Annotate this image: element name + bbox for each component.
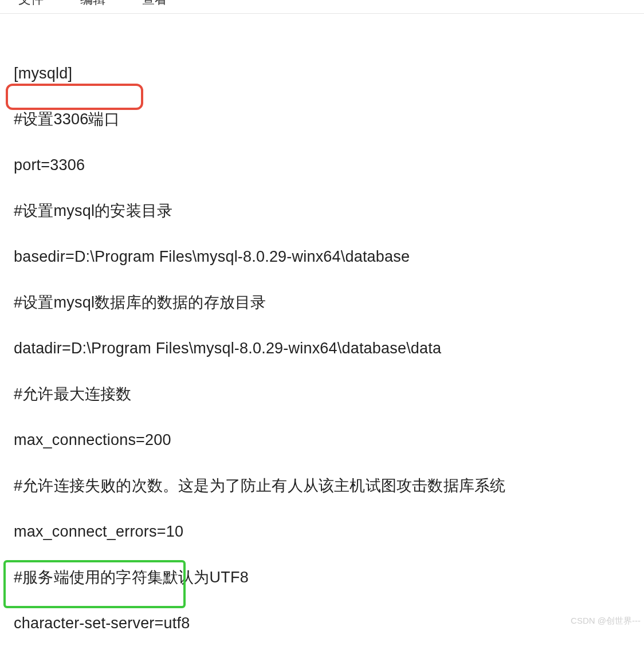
watermark: CSDN @创世界--- xyxy=(571,616,641,627)
section-mysqld: [mysqld] xyxy=(14,62,644,85)
comment-maxconn: #允许最大连接数 xyxy=(14,383,644,405)
comment-basedir: #设置mysql的安装目录 xyxy=(14,199,644,222)
maxconnerr-line: max_connect_errors=10 xyxy=(14,520,644,543)
datadir-line: datadir=D:\Program Files\mysql-8.0.29-wi… xyxy=(14,337,644,360)
port-line: port=3306 xyxy=(14,153,644,176)
menu-edit[interactable]: 编辑 xyxy=(80,0,105,8)
menu-bar: 文件 编辑 查看 xyxy=(0,0,644,14)
comment-charset: #服务端使用的字符集默认为UTF8 xyxy=(14,566,644,589)
basedir-line: basedir=D:\Program Files\mysql-8.0.29-wi… xyxy=(14,245,644,268)
menu-file[interactable]: 文件 xyxy=(18,0,44,8)
charset-line: character-set-server=utf8 xyxy=(14,612,644,635)
maxconn-line: max_connections=200 xyxy=(14,428,644,451)
config-file-content: [mysqld] #设置3306端口 port=3306 #设置mysql的安装… xyxy=(0,14,644,646)
menu-view[interactable]: 查看 xyxy=(142,0,167,8)
comment-maxconnerr: #允许连接失败的次数。这是为了防止有人从该主机试图攻击数据库系统 xyxy=(14,474,644,497)
comment-port: #设置3306端口 xyxy=(14,108,644,131)
comment-datadir: #设置mysql数据库的数据的存放目录 xyxy=(14,291,644,314)
